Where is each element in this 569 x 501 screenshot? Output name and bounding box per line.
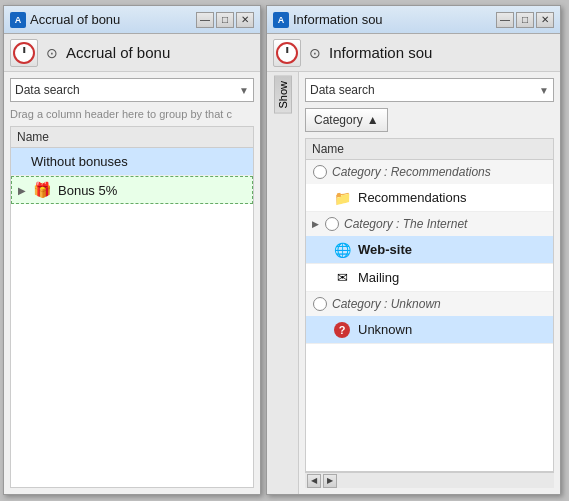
left-content: Data search ▼ Drag a column header here … [4,72,260,494]
scroll-left-button[interactable]: ◀ [307,474,321,488]
left-maximize-button[interactable]: □ [216,12,234,28]
left-window-title: Accrual of bonu [30,12,196,27]
filter-row: Category ▲ [305,108,554,132]
table-row[interactable]: Without bonuses [11,148,253,176]
right-close-button[interactable]: ✕ [536,12,554,28]
row-expand-icon: ▶ [18,185,32,196]
mail-icon: ✉ [332,268,352,288]
category-label: Category : Unknown [332,297,441,311]
row-label: Unknown [358,322,412,337]
left-toolbar: ⊙ Accrual of bonu [4,34,260,72]
left-search-row: Data search ▼ [10,78,254,102]
right-content: Data search ▼ Category ▲ Name [299,72,560,494]
category-header: Category : Unknown [306,292,553,316]
row-label: Without bonuses [31,154,128,169]
left-minimize-button[interactable]: — [196,12,214,28]
row-label: Bonus 5% [58,183,117,198]
right-window-icon: A [273,12,289,28]
globe-icon: 🌐 [332,240,352,260]
left-window-controls: — □ ✕ [196,12,254,28]
left-window-icon: A [10,12,26,28]
right-toolbar-title: Information sou [329,44,432,61]
right-search-text: Data search [310,83,539,97]
table-row[interactable]: ✉ Mailing [306,264,553,292]
table-row[interactable]: ▶ 🎁 Bonus 5% [11,176,253,204]
left-search-dropdown[interactable]: Data search ▼ [10,78,254,102]
right-clock-toolbar-icon[interactable] [273,39,301,67]
question-icon: ? [332,320,352,340]
right-maximize-button[interactable]: □ [516,12,534,28]
accrual-bonuses-window: A Accrual of bonu — □ ✕ ⊙ Accrual of bon… [3,5,261,495]
category-filter-label: Category [314,113,363,127]
category-expand-icon[interactable]: ▶ [312,219,324,229]
left-dropdown-arrow: ▼ [239,85,249,96]
right-toolbar: ⊙ Information sou [267,34,560,72]
category-clock-icon [312,164,328,180]
left-nav-button[interactable]: ⊙ [42,43,62,63]
information-sources-window: A Information sou — □ ✕ ⊙ Information so… [266,5,561,495]
bottom-scrollbar: ◀ ▶ [305,472,554,488]
show-button[interactable]: Show [274,76,292,114]
right-minimize-button[interactable]: — [496,12,514,28]
table-row[interactable]: 🌐 Web-site [306,236,553,264]
left-title-bar: A Accrual of bonu — □ ✕ [4,6,260,34]
table-row[interactable]: ? Unknown [306,316,553,344]
category-header: ▶ Category : The Internet [306,212,553,236]
right-search-row: Data search ▼ [305,78,554,102]
left-table: Name Without bonuses ▶ 🎁 Bonus 5% [10,126,254,488]
right-dropdown-arrow: ▼ [539,85,549,96]
bonus-icon: 🎁 [32,180,52,200]
left-drag-hint: Drag a column header here to group by th… [10,108,254,120]
category-filter-arrow: ▲ [367,113,379,127]
left-close-button[interactable]: ✕ [236,12,254,28]
row-label: Mailing [358,270,399,285]
category-clock-icon [324,216,340,232]
category-label: Category : The Internet [344,217,467,231]
right-table: Name Category : Recommendations 📁 [305,138,554,472]
right-window-controls: — □ ✕ [496,12,554,28]
left-table-rows: Without bonuses ▶ 🎁 Bonus 5% [11,148,253,487]
table-row[interactable]: 📁 Recommendations [306,184,553,212]
category-header: Category : Recommendations [306,160,553,184]
right-table-rows: Category : Recommendations 📁 Recommendat… [306,160,553,471]
left-table-header: Name [11,127,253,148]
clock-icon [276,42,298,64]
category-filter-button[interactable]: Category ▲ [305,108,388,132]
right-title-bar: A Information sou — □ ✕ [267,6,560,34]
row-label: Recommendations [358,190,466,205]
left-clock-toolbar-icon[interactable] [10,39,38,67]
row-label: Web-site [358,242,412,257]
category-clock-icon [312,296,328,312]
right-nav-button[interactable]: ⊙ [305,43,325,63]
scroll-right-button[interactable]: ▶ [323,474,337,488]
category-label: Category : Recommendations [332,165,491,179]
right-search-dropdown[interactable]: Data search ▼ [305,78,554,102]
left-toolbar-title: Accrual of bonu [66,44,170,61]
folder-icon: 📁 [332,188,352,208]
right-window-title: Information sou [293,12,496,27]
right-table-header: Name [306,139,553,160]
clock-icon [13,42,35,64]
left-search-text: Data search [15,83,239,97]
